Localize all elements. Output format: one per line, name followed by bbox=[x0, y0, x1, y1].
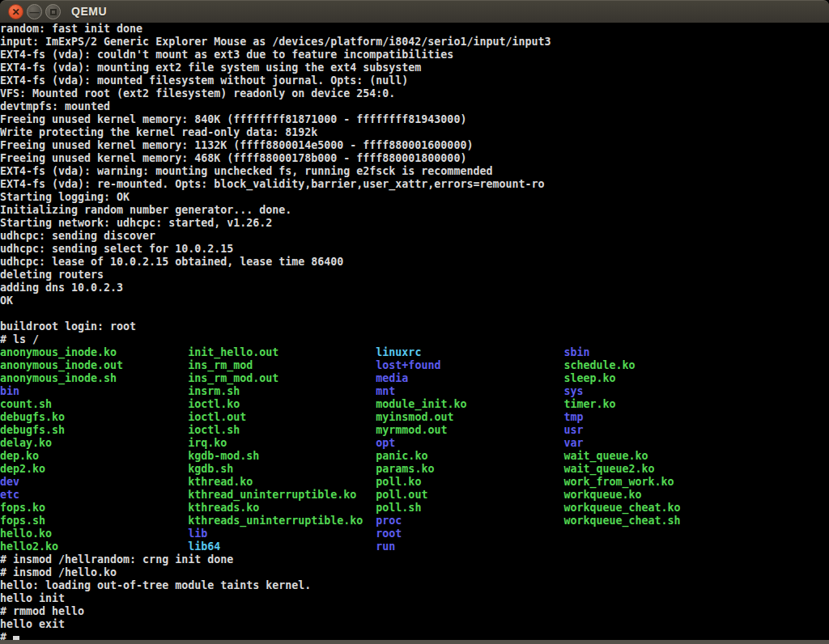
terminal-text-segment: dep.ko bbox=[0, 450, 188, 462]
terminal-line: adding dns 10.0.2.3 bbox=[0, 282, 829, 294]
terminal-text-segment: EXT4-fs (vda): mounted filesystem withou… bbox=[0, 74, 408, 87]
terminal-text-segment: # insmod /hellrandom: crng init done bbox=[0, 553, 233, 566]
terminal-text-segment: buildroot login: root bbox=[0, 320, 136, 333]
window-title: QEMU bbox=[71, 1, 107, 23]
terminal-text-segment: var bbox=[564, 437, 584, 449]
terminal-text-segment: init_hello.out bbox=[188, 346, 376, 358]
terminal-text-segment: kthreads.ko bbox=[188, 502, 376, 514]
terminal-text-segment: proc bbox=[376, 515, 563, 527]
terminal-text-segment: root bbox=[376, 527, 563, 540]
terminal-text-segment: workqueue_cheat.sh bbox=[564, 515, 681, 527]
terminal-line: debugfs.sh ioctl.sh myrmmod.out usr bbox=[0, 424, 829, 437]
terminal-line: count.sh ioctl.ko module_init.ko timer.k… bbox=[0, 398, 829, 411]
terminal-line: # insmod /hellrandom: crng init done bbox=[0, 553, 829, 566]
terminal-text-segment: opt bbox=[376, 437, 563, 449]
terminal-text-segment: ins_rm_mod bbox=[188, 359, 376, 371]
terminal-line: EXT4-fs (vda): couldn't mount as ext3 du… bbox=[0, 49, 829, 61]
terminal-line: hello exit bbox=[0, 618, 829, 631]
terminal-text-segment: fops.sh bbox=[0, 515, 188, 527]
terminal-line: deleting routers bbox=[0, 269, 829, 282]
terminal-text-segment: usr bbox=[564, 424, 584, 436]
terminal-text-segment: udhcpc: sending discover bbox=[0, 230, 155, 242]
terminal-line: Starting logging: OK bbox=[0, 191, 829, 204]
terminal-text-segment: anonymous_inode.out bbox=[0, 359, 188, 371]
terminal-line: # rmmod hello bbox=[0, 605, 829, 618]
terminal-text-segment: Freeing unused kernel memory: 468K (ffff… bbox=[0, 152, 466, 164]
terminal-text-segment: ins_rm_mod.out bbox=[188, 372, 376, 384]
terminal-text-segment: lib64 bbox=[188, 540, 376, 553]
terminal-text-segment: adding dns 10.0.2.3 bbox=[0, 282, 123, 294]
terminal-line: Starting network: udhcpc: started, v1.26… bbox=[0, 217, 829, 230]
terminal-line: Freeing unused kernel memory: 468K (ffff… bbox=[0, 152, 829, 165]
terminal-line: delay.ko irq.ko opt var bbox=[0, 437, 829, 450]
window-titlebar: ✕ — QEMU bbox=[0, 0, 829, 23]
terminal-text-segment: lost+found bbox=[376, 359, 563, 371]
terminal-line: hello2.ko lib64 run bbox=[0, 540, 829, 553]
terminal-text-segment: input: ImExPS/2 Generic Explorer Mouse a… bbox=[0, 36, 551, 48]
terminal-line: dep.ko kgdb-mod.sh panic.ko wait_queue.k… bbox=[0, 450, 829, 463]
terminal-text-segment: irq.ko bbox=[188, 437, 376, 449]
terminal-text-segment: Starting logging: OK bbox=[0, 191, 130, 203]
terminal-line: hello init bbox=[0, 592, 829, 605]
terminal-text-segment: EXT4-fs (vda): re-mounted. Opts: block_v… bbox=[0, 178, 544, 190]
terminal-text-segment: random: fast init done bbox=[0, 23, 142, 35]
terminal-text-segment: mnt bbox=[376, 385, 563, 397]
qemu-window: ✕ — QEMU random: fast init doneinput: Im… bbox=[0, 0, 829, 644]
maximize-icon bbox=[50, 9, 57, 15]
terminal-line: dev kthread.ko poll.ko work_from_work.ko bbox=[0, 476, 829, 489]
terminal-line: buildroot login: root bbox=[0, 320, 829, 333]
terminal-text-segment: hello2.ko bbox=[0, 540, 188, 553]
terminal-text-segment: kgdb.sh bbox=[188, 463, 376, 475]
terminal-text-segment: lib bbox=[188, 527, 376, 540]
terminal-screen[interactable]: random: fast init doneinput: ImExPS/2 Ge… bbox=[0, 23, 829, 644]
terminal-text-segment: Freeing unused kernel memory: 1132K (fff… bbox=[0, 139, 473, 151]
terminal-line: random: fast init done bbox=[0, 23, 829, 36]
terminal-line: dep2.ko kgdb.sh params.ko wait_queue2.ko bbox=[0, 463, 829, 476]
terminal-text-segment: debugfs.ko bbox=[0, 411, 188, 423]
terminal-text-segment: sbin bbox=[564, 346, 590, 358]
terminal-line: udhcpc: lease of 10.0.2.15 obtained, lea… bbox=[0, 256, 829, 269]
terminal-text-segment: # rmmod hello bbox=[0, 605, 84, 617]
terminal-text-segment: module_init.ko bbox=[376, 398, 563, 410]
terminal-line: # ls / bbox=[0, 333, 829, 346]
terminal-text-segment: anonymous_inode.ko bbox=[0, 346, 188, 358]
terminal-text-segment: deleting routers bbox=[0, 269, 104, 281]
terminal-line: udhcpc: sending select for 10.0.2.15 bbox=[0, 243, 829, 256]
terminal-line: hello.ko lib root bbox=[0, 527, 829, 540]
window-bottom-edge bbox=[0, 640, 829, 644]
terminal-text-segment: hello.ko bbox=[0, 527, 188, 540]
terminal-line: anonymous_inode.sh ins_rm_mod.out media … bbox=[0, 372, 829, 385]
terminal-text-segment: poll.sh bbox=[376, 502, 563, 514]
close-button[interactable]: ✕ bbox=[8, 4, 23, 19]
terminal-text-segment: bin bbox=[0, 385, 188, 397]
terminal-text-segment: anonymous_inode.sh bbox=[0, 372, 188, 384]
terminal-text-segment: panic.ko bbox=[376, 450, 563, 462]
terminal-text-segment: wait_queue.ko bbox=[564, 450, 648, 462]
terminal-text-segment: devtmpfs: mounted bbox=[0, 100, 110, 112]
terminal-text-segment: debugfs.sh bbox=[0, 424, 188, 436]
terminal-text-segment: kthread_uninterruptible.ko bbox=[188, 489, 376, 501]
maximize-button[interactable] bbox=[45, 4, 61, 19]
terminal-text-segment: Write protecting the kernel read-only da… bbox=[0, 126, 317, 138]
terminal-text-segment: myrmmod.out bbox=[376, 424, 563, 436]
terminal-text-segment: workqueue_cheat.ko bbox=[564, 502, 681, 514]
terminal-line: hello: loading out-of-tree module taints… bbox=[0, 579, 829, 592]
terminal-text-segment: udhcpc: sending select for 10.0.2.15 bbox=[0, 243, 233, 255]
terminal-line: EXT4-fs (vda): re-mounted. Opts: block_v… bbox=[0, 178, 829, 191]
terminal-text-segment: myinsmod.out bbox=[376, 411, 563, 423]
terminal-text-segment: Initializing random number generator... … bbox=[0, 204, 291, 216]
terminal-text-segment: tmp bbox=[564, 411, 584, 423]
terminal-line: anonymous_inode.ko init_hello.out linuxr… bbox=[0, 346, 829, 359]
terminal-text-segment: VFS: Mounted root (ext2 filesystem) read… bbox=[0, 87, 395, 100]
terminal-text-segment: dev bbox=[0, 476, 188, 488]
terminal-text-segment: OK bbox=[0, 294, 13, 307]
minimize-button[interactable]: — bbox=[27, 4, 42, 19]
terminal-line: bin insrm.sh mnt sys bbox=[0, 385, 829, 398]
terminal-line: fops.sh kthreads_uninterruptible.ko proc… bbox=[0, 515, 829, 527]
terminal-text-segment: timer.ko bbox=[564, 398, 616, 410]
terminal-line: Write protecting the kernel read-only da… bbox=[0, 126, 829, 139]
terminal-text-segment: schedule.ko bbox=[564, 359, 636, 371]
terminal-text-segment: fops.ko bbox=[0, 502, 188, 514]
minimize-icon: — bbox=[30, 7, 40, 17]
terminal-text-segment: kgdb-mod.sh bbox=[188, 450, 376, 462]
